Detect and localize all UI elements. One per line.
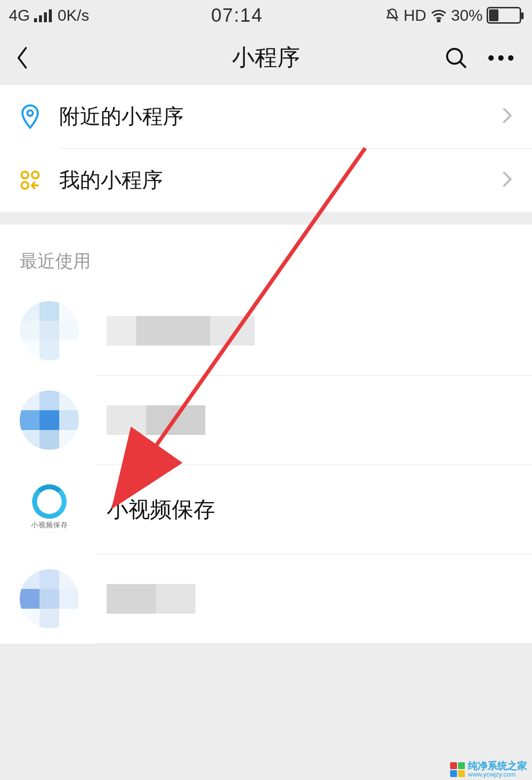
nearby-label: 附近的小程序 bbox=[59, 103, 502, 130]
status-left: 4G 0K/s bbox=[9, 6, 89, 25]
divider bbox=[97, 643, 532, 644]
recent-avatar bbox=[20, 569, 79, 628]
page-title: 小程序 bbox=[0, 42, 532, 73]
watermark: 纯净系统之家 www.ycwjzy.com bbox=[450, 761, 527, 778]
recent-name: 小视频保存 bbox=[107, 495, 215, 524]
svg-point-9 bbox=[32, 172, 39, 179]
recent-header: 最近使用 bbox=[0, 225, 532, 286]
recent-avatar: 小视频保存 · · · · · bbox=[20, 480, 79, 539]
recent-name bbox=[107, 405, 205, 435]
recent-list: 小视频保存 · · · · · 小视频保存 bbox=[0, 286, 532, 644]
my-miniprograms-row[interactable]: 我的小程序 bbox=[0, 149, 532, 212]
hd-label: HD bbox=[404, 6, 426, 25]
recent-avatar bbox=[20, 301, 79, 360]
mine-label: 我的小程序 bbox=[59, 166, 502, 194]
ring-logo-icon bbox=[32, 484, 67, 519]
recent-item[interactable] bbox=[0, 554, 532, 643]
recent-item[interactable] bbox=[0, 286, 532, 375]
status-time: 07:14 bbox=[211, 5, 263, 26]
battery-icon bbox=[487, 7, 521, 24]
mute-icon bbox=[385, 8, 400, 23]
svg-point-8 bbox=[22, 172, 29, 179]
logo-subcaption: · · · · · bbox=[37, 530, 62, 535]
nearby-miniprograms-row[interactable]: 附近的小程序 bbox=[0, 85, 532, 148]
svg-rect-2 bbox=[44, 12, 47, 22]
svg-rect-0 bbox=[34, 18, 37, 22]
battery-pct: 30% bbox=[451, 6, 483, 25]
recent-name bbox=[107, 584, 195, 614]
recent-name bbox=[107, 316, 255, 346]
network-type: 4G bbox=[9, 6, 30, 25]
section-gap bbox=[0, 212, 532, 225]
svg-point-7 bbox=[27, 111, 33, 116]
watermark-line2: www.ycwjzy.com bbox=[468, 771, 527, 778]
status-bar: 4G 0K/s 07:14 HD 3 bbox=[0, 0, 532, 31]
svg-point-4 bbox=[438, 20, 440, 22]
recent-item-video-save[interactable]: 小视频保存 · · · · · 小视频保存 bbox=[0, 465, 532, 554]
svg-rect-1 bbox=[39, 15, 42, 22]
svg-point-10 bbox=[22, 182, 29, 189]
location-pin-icon bbox=[20, 104, 59, 129]
top-menu: 附近的小程序 我的小程序 bbox=[0, 85, 532, 212]
recent-item[interactable] bbox=[0, 376, 532, 465]
logo-caption: 小视频保存 bbox=[31, 521, 68, 530]
wifi-icon bbox=[430, 8, 447, 22]
watermark-line1: 纯净系统之家 bbox=[468, 761, 527, 771]
network-speed: 0K/s bbox=[58, 6, 89, 25]
grid-apps-icon bbox=[20, 170, 59, 191]
nav-bar: 小程序 ••• bbox=[0, 31, 532, 85]
svg-rect-3 bbox=[49, 9, 52, 22]
chevron-right-icon bbox=[502, 107, 512, 126]
watermark-logo-icon bbox=[450, 762, 465, 777]
recent-avatar bbox=[20, 390, 79, 450]
status-right: HD 30% bbox=[385, 6, 521, 25]
signal-bars-icon bbox=[34, 8, 54, 22]
chevron-right-icon bbox=[502, 171, 512, 190]
